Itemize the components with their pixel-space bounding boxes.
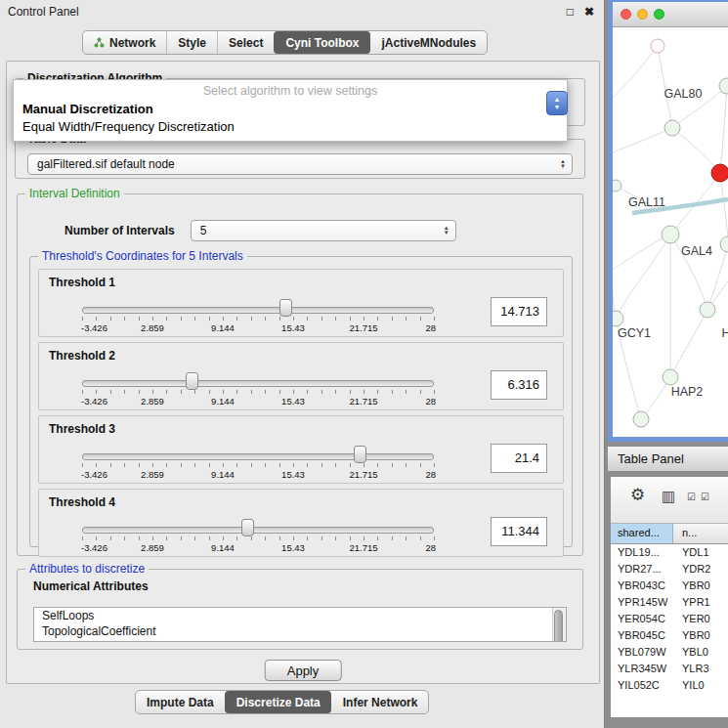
network-node[interactable]: [613, 180, 621, 192]
network-node[interactable]: [700, 302, 715, 318]
float-window-icon[interactable]: □: [567, 5, 574, 19]
algorithm-option-equal-width-frequency-discretization[interactable]: Equal Width/Frequency Discretization: [14, 118, 567, 136]
network-icon: [94, 37, 105, 48]
tab-network[interactable]: Network: [83, 31, 166, 54]
column-header-shared[interactable]: shared...: [611, 524, 673, 543]
network-node[interactable]: [613, 311, 623, 326]
tick-mark: [321, 317, 322, 321]
network-edge[interactable]: [613, 128, 672, 152]
network-node[interactable]: [633, 411, 649, 427]
network-edge[interactable]: [670, 310, 707, 377]
threshold-value-field[interactable]: 14.713: [491, 297, 547, 326]
table-cell[interactable]: YBR0: [673, 627, 728, 644]
network-node[interactable]: [664, 120, 680, 136]
column-header-n[interactable]: n...: [673, 524, 728, 543]
columns-icon[interactable]: ▥: [662, 488, 675, 505]
network-node[interactable]: [663, 369, 678, 385]
table-cell[interactable]: YIL052C: [611, 677, 673, 694]
table-cell[interactable]: YBR045C: [611, 627, 673, 644]
network-edge[interactable]: [616, 235, 670, 319]
tab-cyni-toolbox[interactable]: Cyni Toolbox: [274, 31, 369, 54]
tab-jactivemnodules[interactable]: jActiveMNodules: [370, 31, 488, 54]
network-canvas[interactable]: GAL80GAL11GAL4GCY1HAP2H: [613, 27, 728, 437]
zoom-traffic-light-icon[interactable]: [654, 9, 664, 20]
table-row[interactable]: YBL079WYBL0: [611, 644, 728, 661]
table-cell[interactable]: YPR1: [673, 594, 728, 611]
slider-thumb[interactable]: [279, 299, 292, 317]
network-edge[interactable]: [720, 173, 728, 237]
tick-mark: [181, 390, 182, 394]
table-cell[interactable]: YPR145W: [611, 594, 673, 611]
table-cell[interactable]: YDL19...: [611, 544, 673, 561]
close-traffic-light-icon[interactable]: [621, 9, 631, 20]
close-icon[interactable]: ✖: [584, 5, 594, 19]
scrollbar[interactable]: [552, 608, 566, 641]
threshold-slider[interactable]: -3.4262.8599.14415.4321.71528: [82, 519, 434, 552]
table-row[interactable]: YBR043CYBR0: [611, 578, 728, 594]
table-row[interactable]: YIL052CYIL0: [611, 677, 728, 694]
algorithm-option-manual-discretization[interactable]: Manual Discretization: [14, 101, 567, 118]
network-node[interactable]: [662, 226, 679, 243]
network-edge[interactable]: [720, 86, 727, 173]
table-row[interactable]: YLR345WYLR3: [611, 661, 728, 677]
slider-track[interactable]: [82, 453, 434, 460]
threshold-slider[interactable]: -3.4262.8599.14415.4321.71528: [82, 372, 434, 406]
table-cell[interactable]: YDR2: [673, 561, 728, 578]
tab-label: Select: [229, 36, 263, 50]
network-edge[interactable]: [672, 128, 720, 173]
slider-track[interactable]: [82, 307, 434, 314]
table-cell[interactable]: YIL0: [673, 677, 728, 694]
table-data-combo[interactable]: galFiltered.sif default node ▲ ▼: [27, 153, 573, 175]
tick-mark: [321, 536, 322, 540]
table-cell[interactable]: YBL079W: [611, 644, 673, 661]
table-cell[interactable]: YER0: [673, 611, 728, 627]
gear-icon[interactable]: ⚙: [630, 485, 645, 505]
tick-mark: [223, 390, 224, 394]
threshold-value-field[interactable]: 11.344: [491, 517, 547, 546]
threshold-value-field[interactable]: 21.4: [491, 444, 547, 473]
checkbox-checked-icon[interactable]: ☑: [701, 492, 709, 502]
table-cell[interactable]: YER054C: [611, 611, 673, 627]
slider-thumb[interactable]: [241, 519, 254, 536]
threshold-slider[interactable]: -3.4262.8599.14415.4321.71528: [82, 299, 434, 332]
network-edge[interactable]: [613, 235, 670, 270]
checkbox-checked-icon[interactable]: ☑: [687, 492, 696, 502]
table-cell[interactable]: YDL1: [673, 544, 728, 561]
slider-thumb[interactable]: [186, 372, 198, 390]
network-node[interactable]: [720, 236, 728, 252]
network-edge[interactable]: [613, 46, 658, 98]
table-cell[interactable]: YBR0: [673, 578, 728, 594]
slider-track[interactable]: [82, 527, 434, 534]
network-node[interactable]: [651, 39, 664, 53]
threshold-value-field[interactable]: 6.316: [491, 370, 547, 400]
attribute-item-betweennesscentrality[interactable]: BetweennessCentrality: [34, 639, 566, 642]
slider-track[interactable]: [82, 380, 434, 387]
attribute-item-selfloops[interactable]: SelfLoops: [34, 608, 566, 623]
tab-select[interactable]: Select: [217, 31, 274, 54]
apply-button[interactable]: Apply: [265, 660, 342, 681]
table-row[interactable]: YDL19...YDL1: [611, 544, 728, 561]
attribute-item-topologicalcoefficient[interactable]: TopologicalCoefficient: [34, 623, 566, 639]
minimize-traffic-light-icon[interactable]: [637, 9, 648, 20]
table-row[interactable]: YER054CYER0: [611, 611, 728, 627]
table-cell[interactable]: YBL0: [673, 644, 728, 661]
bottom-tab-infer-network[interactable]: Infer Network: [331, 691, 429, 713]
table-row[interactable]: YBR045CYBR0: [611, 627, 728, 644]
table-row[interactable]: YPR145WYPR1: [611, 594, 728, 611]
bottom-tab-discretize-data[interactable]: Discretize Data: [225, 691, 331, 713]
scrollbar-thumb[interactable]: [554, 610, 563, 642]
tick-mark: [392, 463, 393, 467]
network-node-selected[interactable]: [711, 164, 728, 182]
table-cell[interactable]: YBR043C: [611, 578, 673, 594]
tab-style[interactable]: Style: [166, 31, 217, 54]
table-cell[interactable]: YDR27...: [611, 561, 673, 578]
table-cell[interactable]: YLR345W: [611, 661, 673, 677]
threshold-slider[interactable]: -3.4262.8599.14415.4321.71528: [82, 446, 434, 479]
tab-label: Discretize Data: [236, 696, 321, 709]
number-of-intervals-combo[interactable]: 5 ▲ ▼: [191, 220, 456, 241]
bottom-tab-impute-data[interactable]: Impute Data: [136, 691, 225, 713]
slider-thumb[interactable]: [354, 446, 366, 463]
algorithm-combo-stepper[interactable]: ▲ ▼: [546, 91, 568, 115]
table-cell[interactable]: YLR3: [673, 661, 728, 677]
table-row[interactable]: YDR27...YDR2: [611, 561, 728, 578]
